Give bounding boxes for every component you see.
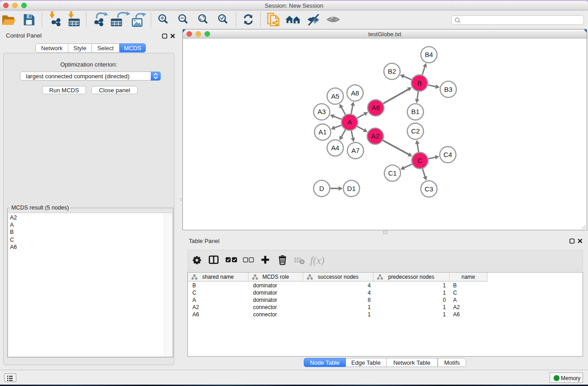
- svg-text:A2: A2: [371, 132, 379, 140]
- svg-text:B: B: [417, 79, 422, 87]
- svg-text:A3: A3: [318, 108, 326, 115]
- svg-text:f(x): f(x): [310, 255, 325, 266]
- svg-text:B1: B1: [411, 108, 420, 115]
- svg-text:B4: B4: [425, 51, 433, 58]
- svg-text:A: A: [347, 118, 352, 126]
- svg-text:C3: C3: [425, 185, 433, 193]
- svg-text:A1: A1: [319, 128, 327, 136]
- svg-text:A5: A5: [331, 92, 339, 100]
- svg-text:A4: A4: [331, 144, 339, 152]
- svg-text:A6: A6: [372, 104, 380, 111]
- svg-text:B3: B3: [444, 86, 452, 93]
- svg-text:C4: C4: [444, 151, 452, 158]
- svg-text:C1: C1: [388, 169, 397, 177]
- svg-text:A8: A8: [351, 89, 359, 97]
- svg-text:D: D: [319, 185, 324, 192]
- svg-text:C: C: [417, 157, 422, 164]
- svg-text:D1: D1: [347, 185, 356, 192]
- svg-text:A7: A7: [351, 147, 359, 154]
- svg-text:C2: C2: [411, 127, 420, 135]
- svg-text:B2: B2: [388, 67, 396, 75]
